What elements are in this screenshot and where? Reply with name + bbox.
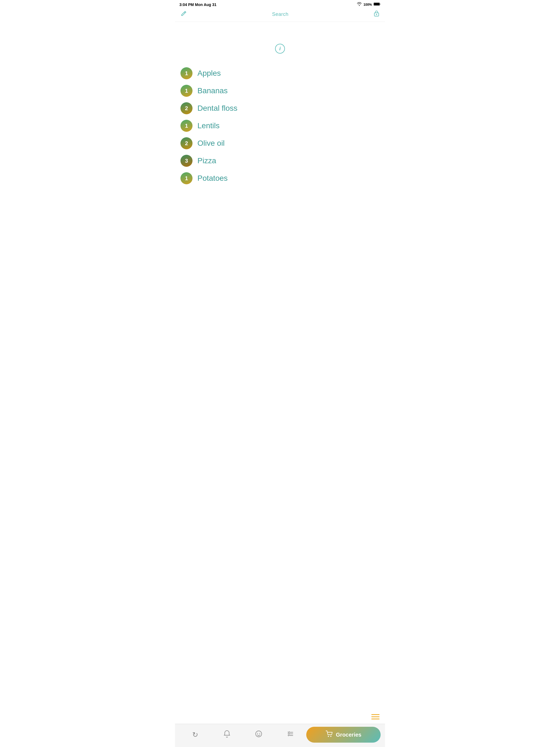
hamburger-area [175,710,385,724]
quantity-badge: 3 [180,155,193,167]
list-item[interactable]: 1Lentils [180,117,380,134]
reload-icon: ↻ [192,730,198,739]
tab-smiley[interactable] [243,728,275,742]
list-item[interactable]: 2Olive oil [180,134,380,152]
svg-point-10 [328,736,329,737]
quantity-badge: 1 [180,67,193,79]
bell-icon [223,730,230,740]
list-item[interactable]: 2Dental floss [180,100,380,117]
lock-icon[interactable] [374,10,380,18]
quantity-badge: 2 [180,137,193,149]
list-item[interactable]: 1Bananas [180,82,380,100]
tab-groceries[interactable]: Groceries [306,727,381,743]
search-label[interactable]: Search [187,11,374,17]
info-area: i [175,22,385,65]
header: Search [175,8,385,22]
checklist-icon [287,730,294,739]
svg-point-6 [259,733,260,733]
list-item[interactable]: 1Apples [180,65,380,82]
status-bar: 3:04 PM Mon Aug 31 100% [175,0,385,8]
battery-icon [374,2,381,7]
svg-point-5 [257,733,258,733]
svg-point-3 [376,14,377,15]
tab-bar: ↻ [175,724,385,747]
hamburger-menu-icon[interactable] [371,714,380,719]
quantity-badge: 1 [180,85,193,97]
info-icon: i [275,44,285,54]
status-time: 3:04 PM Mon Aug 31 [179,2,217,7]
quantity-badge: 1 [180,120,193,132]
grocery-list: 1Apples1Bananas2Dental floss1Lentils2Oli… [175,65,385,710]
item-name: Lentils [198,121,220,130]
item-name: Dental floss [198,104,237,113]
item-name: Pizza [198,156,216,165]
item-name: Potatoes [198,174,228,183]
battery-percentage: 100% [363,3,372,6]
status-icons: 100% [357,2,381,7]
wifi-icon [357,2,362,7]
tab-reload[interactable]: ↻ [179,728,211,741]
list-item[interactable]: 3Pizza [180,152,380,170]
svg-point-4 [256,731,262,737]
edit-icon[interactable] [180,10,187,18]
quantity-badge: 2 [180,102,193,114]
groceries-label: Groceries [336,732,361,738]
svg-rect-1 [374,3,379,5]
list-item[interactable]: 1Potatoes [180,170,380,187]
item-name: Apples [198,69,221,78]
item-name: Olive oil [198,139,225,148]
tab-list[interactable] [275,728,306,742]
cart-icon [325,730,333,739]
svg-point-11 [330,736,331,737]
quantity-badge: 1 [180,172,193,184]
tab-notifications[interactable] [211,728,243,742]
smiley-icon [255,730,262,739]
item-name: Bananas [198,86,228,95]
